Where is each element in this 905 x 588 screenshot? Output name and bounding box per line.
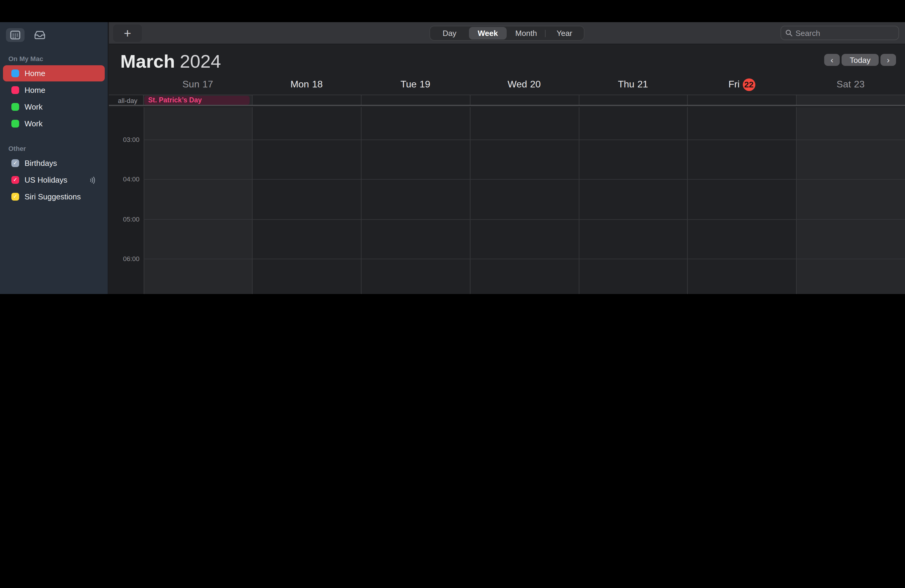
calendar-grid-icon bbox=[10, 30, 21, 40]
all-day-row: all-day St. Patrick’s Day bbox=[109, 94, 905, 106]
calendar-name: Home bbox=[25, 69, 45, 78]
day-headers: Sun17Mon18Tue19Wed20Thu21Fri22Sat23 bbox=[143, 77, 905, 92]
calendar-name: Home bbox=[25, 86, 45, 95]
calendar-app-window: On My MacHomeHomeWorkWorkOther✓Birthdays… bbox=[0, 0, 905, 294]
calendar-name: Work bbox=[25, 102, 43, 111]
sidebar-item-work[interactable]: Work bbox=[3, 99, 105, 115]
prev-week-button[interactable]: ‹ bbox=[824, 54, 840, 66]
day-header-wed: Wed20 bbox=[470, 77, 579, 92]
calendar-checkbox[interactable]: ✓ bbox=[11, 193, 19, 200]
section-label: Other bbox=[0, 141, 108, 154]
calendar-section: On My MacHomeHomeWorkWork bbox=[0, 51, 108, 132]
sidebar-item-siri-suggestions[interactable]: ✓Siri Suggestions bbox=[3, 189, 105, 205]
view-tab-week[interactable]: Week bbox=[469, 27, 506, 40]
day-column-fri[interactable] bbox=[687, 107, 796, 294]
search-placeholder: Search bbox=[795, 29, 820, 37]
sidebar-item-home[interactable]: Home bbox=[3, 65, 105, 81]
day-header-name: Sat bbox=[837, 79, 851, 90]
add-event-button[interactable]: + bbox=[113, 25, 142, 42]
inbox-icon bbox=[34, 30, 46, 40]
title-month: March bbox=[120, 51, 175, 72]
calendar-name: US Holidays bbox=[25, 175, 67, 184]
sidebar-toolbar bbox=[0, 22, 108, 42]
day-header-name: Sun bbox=[183, 79, 200, 90]
subscription-broadcast-icon bbox=[88, 176, 96, 184]
day-header-sat: Sat23 bbox=[796, 77, 905, 92]
calendar-list-toggle-button[interactable] bbox=[6, 28, 25, 42]
main-area: + DayWeekMonthYear Search March2024 ‹ To… bbox=[109, 22, 905, 294]
calendar-checkbox[interactable] bbox=[11, 86, 19, 94]
view-tab-day[interactable]: Day bbox=[431, 27, 468, 40]
day-header-number: 21 bbox=[637, 79, 648, 90]
calendar-section: Other✓Birthdays✓US Holidays✓Siri Suggest… bbox=[0, 141, 108, 205]
time-gutter: 03:0004:0005:0006:0007:0008:0009:0010:00… bbox=[109, 107, 143, 294]
calendar-checkbox[interactable]: ✓ bbox=[11, 176, 19, 184]
day-header-number: 23 bbox=[854, 79, 865, 90]
all-day-event[interactable]: St. Patrick’s Day bbox=[144, 95, 250, 105]
all-day-cell[interactable] bbox=[687, 95, 796, 105]
sidebar: On My MacHomeHomeWorkWorkOther✓Birthdays… bbox=[0, 22, 108, 294]
all-day-cell[interactable] bbox=[361, 95, 470, 105]
search-input[interactable]: Search bbox=[781, 26, 899, 40]
next-week-button[interactable]: › bbox=[880, 54, 896, 66]
day-header-number: 20 bbox=[530, 79, 541, 90]
all-day-label: all-day bbox=[109, 95, 143, 105]
day-header-thu: Thu21 bbox=[578, 77, 687, 92]
view-segmented-control: DayWeekMonthYear bbox=[429, 26, 584, 41]
day-header-number: 18 bbox=[312, 79, 323, 90]
calendar-checkbox[interactable]: ✓ bbox=[11, 159, 19, 167]
all-day-cell[interactable] bbox=[796, 95, 905, 105]
today-date-badge: 22 bbox=[743, 78, 755, 91]
sidebar-item-birthdays[interactable]: ✓Birthdays bbox=[3, 155, 105, 171]
calendar-checkbox[interactable] bbox=[11, 70, 19, 77]
day-column-tue[interactable] bbox=[361, 107, 470, 294]
section-label: On My Mac bbox=[0, 51, 108, 65]
week-grid: 03:0004:0005:0006:0007:0008:0009:0010:00… bbox=[109, 107, 905, 294]
calendar-checkbox[interactable] bbox=[11, 103, 19, 111]
all-day-cell[interactable] bbox=[578, 95, 687, 105]
inbox-button[interactable] bbox=[30, 28, 49, 42]
day-header-name: Fri bbox=[729, 79, 740, 90]
main-toolbar: + DayWeekMonthYear Search bbox=[109, 22, 905, 44]
date-navigation: ‹ Today › bbox=[824, 54, 896, 66]
hour-label: 06:00 bbox=[109, 255, 140, 262]
all-day-cell[interactable] bbox=[470, 95, 579, 105]
today-button[interactable]: Today bbox=[841, 54, 879, 66]
day-column-thu[interactable] bbox=[578, 107, 687, 294]
view-tab-month[interactable]: Month bbox=[507, 27, 545, 40]
sidebar-item-us-holidays[interactable]: ✓US Holidays bbox=[3, 172, 105, 188]
day-header-fri: Fri22 bbox=[687, 77, 796, 92]
calendar-checkbox[interactable] bbox=[11, 120, 19, 127]
hour-line bbox=[143, 140, 905, 140]
title-year: 2024 bbox=[180, 51, 221, 72]
day-column-wed[interactable] bbox=[470, 107, 579, 294]
day-header-name: Thu bbox=[618, 79, 635, 90]
calendar-name: Birthdays bbox=[25, 159, 57, 168]
sidebar-item-home[interactable]: Home bbox=[3, 82, 105, 98]
day-header-tue: Tue19 bbox=[361, 77, 470, 92]
sidebar-item-work[interactable]: Work bbox=[3, 116, 105, 132]
day-columns bbox=[143, 107, 905, 294]
day-column-mon[interactable] bbox=[252, 107, 361, 294]
page-title: March2024 bbox=[120, 51, 221, 72]
calendar-name: Siri Suggestions bbox=[25, 192, 81, 201]
search-icon bbox=[785, 29, 792, 37]
day-header-name: Mon bbox=[290, 79, 309, 90]
calendar-name: Work bbox=[25, 119, 43, 128]
hour-line bbox=[143, 259, 905, 259]
all-day-cell[interactable] bbox=[252, 95, 361, 105]
day-header-mon: Mon18 bbox=[252, 77, 361, 92]
hour-label: 04:00 bbox=[109, 176, 140, 183]
day-column-sat[interactable] bbox=[796, 107, 905, 294]
view-tab-year[interactable]: Year bbox=[546, 27, 583, 40]
all-day-cell[interactable]: St. Patrick’s Day bbox=[143, 95, 252, 105]
hour-label: 05:00 bbox=[109, 215, 140, 222]
day-header-sun: Sun17 bbox=[143, 77, 252, 92]
calendar-sections: On My MacHomeHomeWorkWorkOther✓Birthdays… bbox=[0, 51, 108, 205]
day-column-sun[interactable] bbox=[143, 107, 252, 294]
day-header-name: Tue bbox=[400, 79, 417, 90]
top-black-strip bbox=[0, 0, 905, 22]
day-header-number: 17 bbox=[202, 79, 213, 90]
day-header-number: 19 bbox=[419, 79, 430, 90]
hour-line bbox=[143, 180, 905, 180]
